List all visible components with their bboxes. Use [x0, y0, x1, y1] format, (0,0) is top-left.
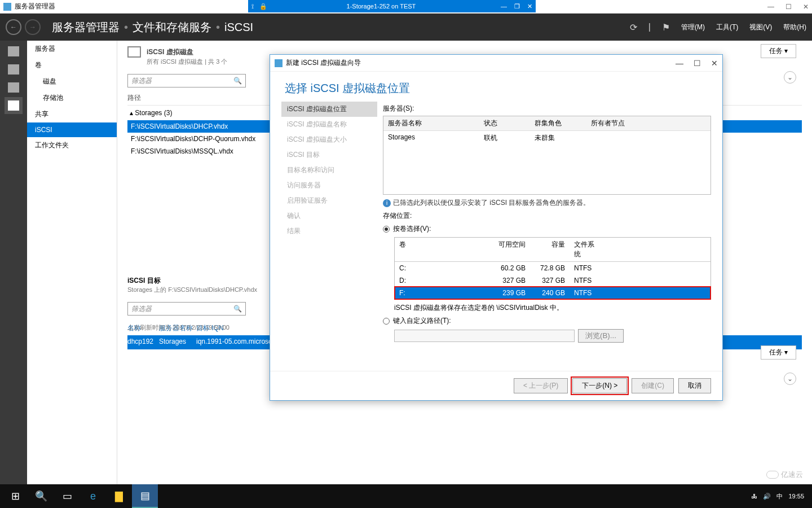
ie-icon[interactable]: e — [80, 484, 106, 508]
volume-note: iSCSI 虚拟磁盘将保存在选定卷的 \iSCSIVirtualDisk 中。 — [394, 303, 711, 313]
storage-label: 存储位置: — [383, 211, 711, 221]
wizard-icon — [275, 59, 283, 67]
remote-session-bar: ⟟ 🔒 1-Storage1-252 on TEST — ❐ ✕ — [248, 0, 536, 12]
info-icon: i — [383, 199, 391, 207]
crumb-files[interactable]: 文件和存储服务 — [133, 20, 211, 35]
wiz-close[interactable]: ✕ — [711, 59, 718, 68]
flag-icon[interactable]: ⚑ — [662, 22, 670, 33]
crumb-root[interactable]: 服务器管理器 — [52, 20, 120, 35]
step-location[interactable]: iSCSI 虚拟磁盘位置 — [281, 102, 377, 117]
min-button[interactable]: — — [767, 3, 774, 11]
separator-icon: | — [648, 22, 651, 32]
server-row[interactable]: Storages 联机 未群集 — [383, 131, 710, 145]
tasks-dropdown[interactable]: 任务 ▾ — [761, 345, 796, 360]
max-button[interactable]: ☐ — [785, 3, 792, 11]
step-result: 结果 — [281, 224, 377, 239]
step-confirm: 确认 — [281, 208, 377, 224]
start-button[interactable]: ⊞ — [2, 484, 28, 508]
menu-view[interactable]: 视图(V) — [749, 23, 772, 32]
tray-network-icon[interactable]: 🖧 — [751, 493, 757, 500]
step-name: iSCSI 虚拟磁盘名称 — [281, 117, 377, 132]
radio-icon[interactable] — [383, 226, 390, 233]
next-button[interactable]: 下一步(N) > — [572, 378, 627, 393]
custom-path-input — [394, 330, 575, 342]
lock-icon[interactable]: 🔒 — [259, 3, 267, 10]
breadcrumb: 服务器管理器 • 文件和存储服务 • iSCSI — [52, 20, 253, 35]
server-label: 服务器(S): — [383, 104, 711, 113]
sidebar-item-servers[interactable]: 服务器 — [27, 41, 117, 57]
remote-title: 1-Storage1-252 on TEST — [267, 3, 495, 10]
tray-time[interactable]: 19:55 — [788, 493, 804, 500]
panel-title: iSCSI 虚拟磁盘 — [147, 47, 193, 57]
roles-icon[interactable] — [8, 82, 19, 93]
taskview-button[interactable]: ▭ — [54, 484, 80, 508]
back-button[interactable]: ← — [6, 19, 21, 35]
dashboard-icon[interactable] — [8, 46, 19, 56]
forward-button[interactable]: → — [25, 19, 41, 35]
refresh-time: 上次刷新时间为 2017/12/23 19:50:00 — [127, 323, 230, 332]
wizard-titlebar: 新建 iSCSI 虚拟磁盘向导 — ☐ ✕ — [270, 55, 722, 72]
wiz-min[interactable]: — — [676, 59, 683, 68]
sidebar-item-volumes[interactable]: 卷 — [27, 57, 117, 73]
radio-by-volume[interactable]: 按卷选择(V): — [383, 224, 711, 234]
wizard-heading: 选择 iSCSI 虚拟磁盘位置 — [270, 72, 722, 102]
sidebar-item-disks[interactable]: 磁盘 — [27, 73, 117, 90]
sidebar-item-workfolders[interactable]: 工作文件夹 — [27, 137, 117, 154]
search-icon[interactable]: 🔍 — [233, 77, 242, 85]
crumb-iscsi[interactable]: iSCSI — [224, 21, 253, 34]
menu-tools[interactable]: 工具(T) — [716, 23, 738, 32]
remote-max[interactable]: ❐ — [514, 3, 520, 10]
collapse-icon[interactable]: ⌄ — [784, 71, 796, 84]
step-target: iSCSI 目标 — [281, 147, 377, 163]
server-list[interactable]: 服务器名称 状态 群集角色 所有者节点 Storages 联机 未群集 — [383, 116, 711, 195]
sidebar: 服务器 卷 磁盘 存储池 共享 iSCSI 工作文件夹 — [27, 41, 117, 484]
disk-icon — [127, 46, 141, 58]
radio-custom-path[interactable]: 键入自定义路径(T): — [383, 316, 711, 326]
search-button[interactable]: 🔍 — [28, 484, 54, 508]
step-size: iSCSI 虚拟磁盘大小 — [281, 132, 377, 147]
sidebar-item-iscsi[interactable]: iSCSI — [27, 122, 117, 137]
remote-close[interactable]: ✕ — [527, 3, 532, 10]
search-icon[interactable]: 🔍 — [233, 305, 242, 313]
app-title: 服务器管理器 — [15, 2, 55, 11]
wizard-dialog: 新建 iSCSI 虚拟磁盘向导 — ☐ ✕ 选择 iSCSI 虚拟磁盘位置 iS… — [270, 54, 723, 401]
pin-icon[interactable]: ⟟ — [251, 3, 254, 10]
step-servers: 访问服务器 — [281, 178, 377, 193]
volume-list[interactable]: 卷 可用空间 容量 文件系统 C:60.2 GB72.8 GBNTFS D:32… — [394, 237, 711, 300]
volume-row-d[interactable]: D:327 GB327 GBNTFS — [395, 274, 710, 287]
targets-filter[interactable]: 筛选器 🔍 — [127, 302, 246, 316]
browse-button: 浏览(B)... — [578, 329, 624, 343]
close-button[interactable]: ✕ — [803, 3, 809, 11]
wizard-title: 新建 iSCSI 虚拟磁盘向导 — [286, 58, 361, 68]
wizard-steps: iSCSI 虚拟磁盘位置 iSCSI 虚拟磁盘名称 iSCSI 虚拟磁盘大小 i… — [281, 102, 377, 371]
chevron-icon: • — [216, 21, 220, 34]
collapse-icon[interactable]: ⌄ — [784, 373, 796, 385]
servermgr-taskbar[interactable]: ▤ — [132, 484, 158, 508]
volume-row-c[interactable]: C:60.2 GB72.8 GBNTFS — [395, 262, 710, 274]
cloud-icon — [766, 471, 779, 479]
menu-help[interactable]: 帮助(H) — [783, 23, 806, 32]
taskbar: ⊞ 🔍 ▭ e ▇ ▤ 🖧 🔊 中 19:55 — [0, 484, 812, 508]
watermark: 亿速云 — [766, 470, 803, 480]
volume-row-f[interactable]: F:239 GB240 GBNTFS — [395, 287, 710, 299]
storage-icon[interactable] — [8, 100, 19, 111]
remote-min[interactable]: — — [501, 3, 507, 10]
tray-ime[interactable]: 中 — [776, 492, 783, 501]
tray-volume-icon[interactable]: 🔊 — [763, 493, 771, 500]
sidebar-item-shares[interactable]: 共享 — [27, 106, 117, 122]
info-text: i 已筛选此列表以便仅显示安装了 iSCSI 目标服务器角色的服务器。 — [383, 198, 711, 208]
cancel-button[interactable]: 取消 — [678, 378, 711, 393]
tasks-dropdown[interactable]: 任务 ▾ — [761, 44, 796, 58]
create-button: 创建(C) — [632, 378, 674, 393]
filter-input[interactable]: 筛选器 🔍 — [127, 74, 246, 87]
server-icon[interactable] — [8, 64, 19, 75]
step-auth: 启用验证服务 — [281, 193, 377, 208]
menu-manage[interactable]: 管理(M) — [681, 23, 705, 32]
wiz-max[interactable]: ☐ — [694, 59, 701, 68]
prev-button: < 上一步(P) — [514, 378, 568, 393]
app-icon — [3, 3, 11, 11]
explorer-icon[interactable]: ▇ — [106, 484, 132, 508]
sidebar-item-pools[interactable]: 存储池 — [27, 90, 117, 106]
refresh-icon[interactable]: ⟳ — [630, 22, 637, 33]
radio-icon[interactable] — [383, 318, 390, 325]
